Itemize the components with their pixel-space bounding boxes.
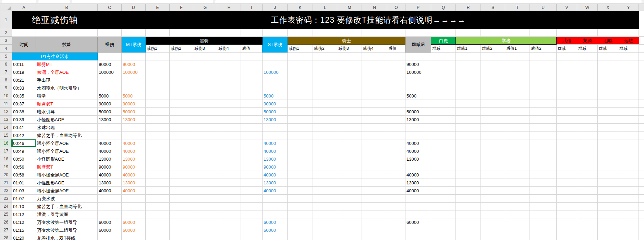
cell-C26[interactable]: 60000: [98, 218, 122, 226]
cell-G19[interactable]: [193, 163, 217, 171]
cell-T22[interactable]: [505, 187, 530, 195]
cell-T23[interactable]: [505, 195, 530, 203]
cell-C24[interactable]: [98, 203, 122, 210]
cell-W27[interactable]: [577, 226, 598, 234]
select-all-corner[interactable]: [0, 4, 12, 11]
cell-O8[interactable]: [387, 76, 405, 84]
cell-E28[interactable]: [146, 234, 170, 240]
cell-E22[interactable]: [146, 187, 170, 195]
cell-Q7[interactable]: [431, 68, 456, 76]
cell-A15[interactable]: 00:42: [12, 132, 36, 139]
cell-E8[interactable]: [146, 76, 170, 84]
cell-A19[interactable]: 00:56: [12, 163, 36, 171]
cell-G28[interactable]: [193, 234, 217, 240]
cell-J12[interactable]: 50000: [263, 108, 288, 116]
cell-D24[interactable]: [122, 203, 146, 210]
cell-Y28[interactable]: [618, 234, 639, 240]
cell-G24[interactable]: [193, 203, 217, 210]
cell-M19[interactable]: [337, 163, 362, 171]
cell-I18[interactable]: [241, 155, 263, 163]
cell-D18[interactable]: 13000: [122, 155, 146, 163]
cell-C13[interactable]: 13000: [98, 116, 122, 124]
cell-U15[interactable]: [530, 132, 557, 139]
cell-U12[interactable]: [530, 108, 557, 116]
cell-B10[interactable]: 猜拳: [36, 92, 98, 100]
cell-W14[interactable]: [577, 124, 598, 132]
cell-C6[interactable]: 90000: [98, 60, 122, 68]
cell-B2[interactable]: [36, 29, 98, 37]
cell-C17[interactable]: 40000: [98, 147, 122, 155]
cell-O15[interactable]: [387, 132, 405, 139]
cell-L11[interactable]: [313, 100, 337, 108]
cell-Q21[interactable]: [431, 179, 456, 187]
cell-N22[interactable]: [362, 187, 387, 195]
cell-R24[interactable]: [456, 203, 481, 210]
cell-X27[interactable]: [598, 226, 618, 234]
cell-M25[interactable]: [337, 210, 362, 218]
cell-D6[interactable]: 90000: [122, 60, 146, 68]
cell-N2[interactable]: [362, 29, 387, 37]
formula-input[interactable]: [72, 0, 213, 3]
cell-B24[interactable]: 痛苦之手，血量均等化: [36, 203, 98, 210]
cell-J19[interactable]: 90000: [263, 163, 288, 171]
cell-Q2[interactable]: [431, 29, 456, 37]
cell-A8[interactable]: 00:21: [12, 76, 36, 84]
cell-Q16[interactable]: [431, 139, 456, 147]
cell-V8[interactable]: [557, 76, 577, 84]
cell-D9[interactable]: [122, 84, 146, 92]
row-number-7[interactable]: 7: [0, 68, 12, 76]
cell-K28[interactable]: [288, 234, 313, 240]
cell-O9[interactable]: [387, 84, 405, 92]
cell-P5[interactable]: [405, 53, 431, 60]
cell-J8[interactable]: [263, 76, 288, 84]
cell-T10[interactable]: [505, 92, 530, 100]
cell-F14[interactable]: [170, 124, 193, 132]
cell-H20[interactable]: [217, 171, 241, 179]
row-number-3[interactable]: 3: [0, 37, 12, 45]
cell-P15[interactable]: [405, 132, 431, 139]
cell-N9[interactable]: [362, 84, 387, 92]
cell-G2[interactable]: [193, 29, 217, 37]
cell-M22[interactable]: [337, 187, 362, 195]
cell-L9[interactable]: [313, 84, 337, 92]
cell-M12[interactable]: [337, 108, 362, 116]
cell-A18[interactable]: 00:50: [12, 155, 36, 163]
cell-M14[interactable]: [337, 124, 362, 132]
cell-Q22[interactable]: [431, 187, 456, 195]
column-letter-T[interactable]: T: [505, 4, 530, 11]
cell-W2[interactable]: [577, 29, 598, 37]
cell-J6[interactable]: [263, 60, 288, 68]
cell-I23[interactable]: [241, 195, 263, 203]
cell-E15[interactable]: [146, 132, 170, 139]
cell-O17[interactable]: [387, 147, 405, 155]
cell-Q9[interactable]: [431, 84, 456, 92]
cell-V13[interactable]: [557, 116, 577, 124]
cell-F5[interactable]: [170, 53, 193, 60]
cell-M18[interactable]: [337, 155, 362, 163]
cell-P21[interactable]: 13000: [405, 179, 431, 187]
cell-C14[interactable]: [98, 124, 122, 132]
cell-P24[interactable]: [405, 203, 431, 210]
cell-X13[interactable]: [598, 116, 618, 124]
cell-N8[interactable]: [362, 76, 387, 84]
cell-B17[interactable]: 喂小怪全屏AOE: [36, 147, 98, 155]
cell-Q25[interactable]: [431, 210, 456, 218]
row-number-4[interactable]: 4: [0, 45, 12, 53]
cell-A25[interactable]: 01:12: [12, 210, 36, 218]
cell-H16[interactable]: [217, 139, 241, 147]
cell-K26[interactable]: [288, 218, 313, 226]
column-letter-U[interactable]: U: [530, 4, 557, 11]
cell-Y10[interactable]: [618, 92, 639, 100]
cell-X17[interactable]: [598, 147, 618, 155]
cell-H6[interactable]: [217, 60, 241, 68]
row-number-24[interactable]: 24: [0, 203, 12, 210]
cell-V22[interactable]: [557, 187, 577, 195]
cell-W8[interactable]: [577, 76, 598, 84]
cell-D27[interactable]: 60000: [122, 226, 146, 234]
cell-G27[interactable]: [193, 226, 217, 234]
cell-N7[interactable]: [362, 68, 387, 76]
cell-J15[interactable]: [263, 132, 288, 139]
cell-Q14[interactable]: [431, 124, 456, 132]
cell-V21[interactable]: [557, 179, 577, 187]
cell-E17[interactable]: [146, 147, 170, 155]
